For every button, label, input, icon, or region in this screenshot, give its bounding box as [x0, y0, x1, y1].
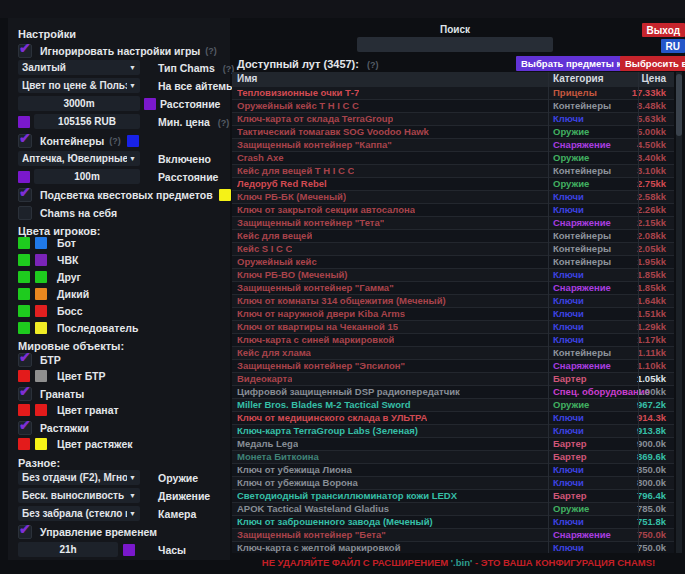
- target-color-swatch[interactable]: [35, 322, 47, 334]
- container-distance-input[interactable]: 100m: [34, 169, 140, 184]
- min-price-color-swatch[interactable]: [18, 116, 30, 128]
- table-row[interactable]: Защищенный контейнер "Каппа"Снаряжение4.…: [232, 139, 674, 152]
- table-row[interactable]: Ключ-карта от склада TerraGroupКлючи5.63…: [232, 113, 674, 126]
- base-color-swatch[interactable]: [18, 271, 30, 283]
- column-header-name[interactable]: Имя: [237, 73, 257, 84]
- table-row[interactable]: Медаль LegaБартер900.0k: [232, 438, 674, 451]
- hours-input[interactable]: 21h: [18, 542, 118, 557]
- table-scrollbar[interactable]: [676, 72, 682, 553]
- container-distance-color-swatch[interactable]: [18, 171, 30, 183]
- base-color-swatch[interactable]: [18, 254, 30, 266]
- discard-all-button[interactable]: Выбросить все: [620, 56, 685, 71]
- table-row[interactable]: Ключ от комнаты 314 общежития (Меченый)К…: [232, 295, 674, 308]
- table-row[interactable]: Кейс для вещей T H I C CКонтейнеры3.10kk: [232, 165, 674, 178]
- table-row[interactable]: Монета БиткоинаБартер869.6k: [232, 451, 674, 464]
- camera-dropdown[interactable]: Без забрала (стекло шлема) ▼: [18, 506, 140, 521]
- weapon-dropdown[interactable]: Без отдачи (F2), Мгновенное п ▼: [18, 470, 140, 485]
- scrollbar-thumb[interactable]: [676, 74, 682, 136]
- target-color-swatch[interactable]: [35, 305, 47, 317]
- table-row[interactable]: Оружейный кейсКонтейнеры1.95kk: [232, 256, 674, 269]
- table-row[interactable]: APOK Tactical Wasteland GladiusОружие785…: [232, 503, 674, 516]
- item-name: Ледоруб Red Rebel: [237, 178, 327, 190]
- chams-type-dropdown[interactable]: Залитый ▼: [18, 60, 140, 75]
- tripwires-checkbox[interactable]: ✔: [18, 421, 32, 435]
- search-input[interactable]: [357, 37, 553, 52]
- item-name: Ключ РБ-БК (Меченый): [237, 191, 346, 203]
- table-row[interactable]: Ключ от заброшенного завода (Меченый)Клю…: [232, 516, 674, 529]
- exit-button[interactable]: Выход: [642, 23, 685, 37]
- table-row[interactable]: Ледоруб Red RebelОружие2.75kk: [232, 178, 674, 191]
- table-row[interactable]: Тактический томагавк SOG Voodoo HawkОруж…: [232, 126, 674, 139]
- base-color-swatch[interactable]: [18, 305, 30, 317]
- self-chams-checkbox[interactable]: [18, 206, 32, 220]
- table-row[interactable]: Ключ-карта TerraGroup Labs (Зеленая)Ключ…: [232, 425, 674, 438]
- player-color-row: Дикий: [18, 287, 226, 300]
- item-category: Бартер: [553, 438, 587, 450]
- grenade-color-swatch[interactable]: [35, 404, 47, 416]
- table-row[interactable]: Ключ от квартиры на Чеканной 15Ключи1.29…: [232, 321, 674, 334]
- containers-checkbox[interactable]: ✔: [18, 134, 32, 148]
- items-mode-dropdown[interactable]: Цвет по цене & Пользователь ▼: [18, 78, 140, 93]
- help-hint[interactable]: (?): [205, 46, 217, 56]
- table-row[interactable]: Ключ от убежища ВоронаКлючи800.0k: [232, 477, 674, 490]
- tripwire-base-color-swatch[interactable]: [18, 438, 30, 450]
- table-row[interactable]: Ключ от убежища ЛионаКлючи850.0k: [232, 464, 674, 477]
- tripwires-row: ✔ Растяжки: [18, 420, 226, 435]
- table-row[interactable]: Цифровой защищенный DSP радиопередатчикС…: [232, 386, 674, 399]
- tripwire-color-swatch[interactable]: [35, 438, 47, 450]
- table-row[interactable]: Защищенный контейнер "Эпсилон"Снаряжение…: [232, 360, 674, 373]
- table-row[interactable]: Защищенный контейнер "Бета"Снаряжение750…: [232, 529, 674, 542]
- base-color-swatch[interactable]: [18, 237, 30, 249]
- table-row[interactable]: Защищенный контейнер "Гамма"Снаряжение1.…: [232, 282, 674, 295]
- table-row[interactable]: Ключ-карта с синей маркировкойКлючи1.17k…: [232, 334, 674, 347]
- item-category: Ключи: [553, 425, 584, 437]
- language-button[interactable]: RU: [661, 39, 685, 53]
- item-price: 2.15kk: [637, 217, 666, 229]
- ignore-game-settings-checkbox[interactable]: ✔: [18, 44, 32, 58]
- column-header-price[interactable]: Цена: [641, 73, 666, 84]
- table-row[interactable]: Тепловизионные очки Т-7Прицелы17.33kk: [232, 87, 674, 100]
- container-types-dropdown[interactable]: Аптечка, Ювелирные и... ▼: [18, 151, 140, 166]
- time-control-checkbox[interactable]: ✔: [18, 525, 32, 539]
- grenades-checkbox[interactable]: ✔: [18, 387, 32, 401]
- containers-color-swatch[interactable]: [127, 135, 139, 147]
- table-row[interactable]: Ключ-карта с желтой маркировкойКлючи750.…: [232, 542, 674, 553]
- column-header-category[interactable]: Категория: [553, 73, 603, 84]
- base-color-swatch[interactable]: [18, 288, 30, 300]
- table-row[interactable]: ВидеокартаБартер1.05kk: [232, 373, 674, 386]
- target-color-swatch[interactable]: [35, 271, 47, 283]
- quest-items-color-swatch[interactable]: [219, 189, 231, 201]
- target-color-swatch[interactable]: [35, 237, 47, 249]
- table-row[interactable]: Ключ от наружной двери Kiba ArmsКлючи1.5…: [232, 308, 674, 321]
- table-row[interactable]: Кейс для вещейКонтейнеры2.08kk: [232, 230, 674, 243]
- table-row[interactable]: Защищенный контейнер "Тета"Снаряжение2.1…: [232, 217, 674, 230]
- table-row[interactable]: Оружейный кейс T H I C CКонтейнеры8.48kk: [232, 100, 674, 113]
- target-color-swatch[interactable]: [35, 254, 47, 266]
- min-price-input[interactable]: 105156 RUB: [34, 114, 140, 129]
- table-row[interactable]: Ключ РБ-ВО (Меченый)Ключи1.85kk: [232, 269, 674, 282]
- btr-base-color-swatch[interactable]: [18, 370, 30, 382]
- table-row[interactable]: Ключ РБ-БК (Меченый)Ключи2.58kk: [232, 191, 674, 204]
- distance-color-swatch[interactable]: [144, 98, 156, 110]
- hours-color-swatch[interactable]: [123, 544, 135, 556]
- help-hint[interactable]: (?): [367, 60, 379, 70]
- help-hint[interactable]: (?): [218, 118, 230, 128]
- btr-checkbox[interactable]: ✔: [18, 353, 32, 367]
- distance-input[interactable]: 3000m: [18, 96, 140, 111]
- table-row[interactable]: Ключ от закрытой секции автосалонаКлючи2…: [232, 204, 674, 217]
- table-row[interactable]: Crash AxeОружие3.40kk: [232, 152, 674, 165]
- quest-items-checkbox[interactable]: ✔: [18, 188, 32, 202]
- btr-color-swatch[interactable]: [35, 370, 47, 382]
- grenade-base-color-swatch[interactable]: [18, 404, 30, 416]
- target-color-swatch[interactable]: [35, 288, 47, 300]
- table-row[interactable]: Кейс для хламаКонтейнеры1.11kk: [232, 347, 674, 360]
- table-row[interactable]: Кейс S I C CКонтейнеры2.05kk: [232, 243, 674, 256]
- table-row[interactable]: Светодиодный трансиллюминатор кожи LEDXБ…: [232, 490, 674, 503]
- table-row[interactable]: Ключ от медицинского склада в УЛЬТРАКлюч…: [232, 412, 674, 425]
- help-hint[interactable]: (?): [109, 136, 121, 146]
- table-row[interactable]: Miller Bros. Blades M-2 Tactical SwordОр…: [232, 399, 674, 412]
- movement-dropdown[interactable]: Беск. выносливость и нет уста ▼: [18, 488, 140, 503]
- item-category: Ключи: [553, 334, 584, 346]
- base-color-swatch[interactable]: [18, 322, 30, 334]
- item-price: 900.0k: [637, 438, 666, 450]
